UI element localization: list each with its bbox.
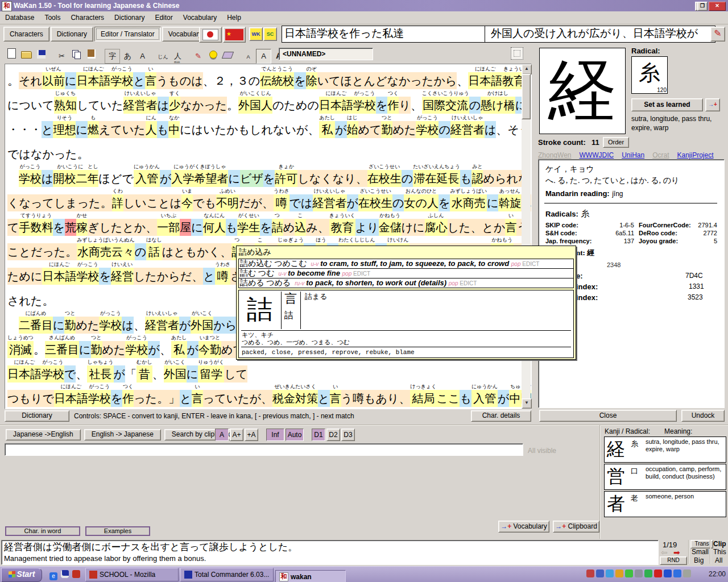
japanese-mode-button[interactable] [199, 27, 222, 43]
font-medium-button[interactable]: A [256, 49, 271, 64]
menu-editor[interactable]: Editor [150, 13, 177, 23]
kana-dict-button[interactable]: あ [121, 49, 135, 63]
scrollbar-thumb[interactable] [522, 74, 531, 119]
menu-help[interactable]: Help [222, 13, 246, 23]
simplified-dict-button[interactable]: SC [263, 27, 277, 41]
tab-dictionary[interactable]: Dictionary [51, 27, 93, 41]
kanji-dict-button[interactable]: 字 [105, 49, 120, 64]
task-school-mozilla[interactable]: SCHOOL - Mozilla [85, 568, 179, 581]
japanese-english-button[interactable]: Japanese ->English [6, 429, 81, 440]
paste-button[interactable] [84, 47, 98, 61]
menu-dictionary[interactable]: Dictionary [109, 13, 150, 23]
kanji-list-row[interactable]: 者老someone, person [604, 491, 726, 517]
tray-icon[interactable] [596, 569, 604, 577]
tray-icon[interactable] [654, 569, 662, 577]
toggle-inf[interactable]: Inf [266, 429, 284, 441]
document-title-field[interactable]: 日本語学校を作った私達 [282, 26, 487, 43]
quicklaunch-ie-icon[interactable]: e [48, 570, 57, 580]
kanji-list-row[interactable]: 経糸sutra, longitude, pass thru, expire, w… [604, 436, 726, 463]
highlight-pen-button[interactable]: ✎ [710, 27, 725, 41]
tray-icon[interactable] [615, 569, 623, 577]
translation-preview-field[interactable]: 外国人の受け入れが広がり、日本語学校が [485, 26, 715, 43]
font-small-button[interactable]: A [241, 50, 255, 64]
hint-button[interactable] [206, 48, 220, 61]
clip-all-option[interactable]: All [715, 556, 722, 564]
stroke-order-button[interactable]: Order [603, 137, 629, 148]
link-unihan[interactable]: UniHan [622, 151, 644, 159]
tray-icon[interactable] [586, 569, 594, 577]
tray-icon[interactable] [664, 569, 672, 577]
menu-vocabulary[interactable]: Vocabulary [178, 13, 222, 23]
toggle-d1[interactable]: D1 [312, 429, 325, 441]
tray-icon[interactable] [683, 569, 691, 577]
cut-button[interactable]: ✂ [55, 49, 69, 63]
close-button[interactable]: ✕ [709, 2, 726, 11]
selection-mode-button[interactable] [511, 47, 523, 60]
copy-button[interactable] [69, 48, 84, 61]
pen-button[interactable]: ✎ [191, 49, 205, 63]
toggle-d2[interactable]: D2 [326, 429, 340, 441]
toggle-a[interactable]: A [215, 429, 229, 441]
to-clipboard-button[interactable]: →+ Clipboard [553, 521, 599, 533]
english-japanese-button[interactable]: English -> Japanese [84, 429, 161, 440]
to-vocabulary-button[interactable]: →+ Vocabulary [498, 521, 549, 533]
dictionary-button[interactable]: Dictionary [5, 410, 69, 422]
scroll-up-icon[interactable]: ▲ [522, 64, 532, 74]
search-input[interactable] [5, 443, 523, 456]
popup-entry-row[interactable]: 詰む つむ u-v to become fine pop EDICT [239, 269, 573, 278]
small-font-option[interactable]: Small [692, 548, 709, 556]
random-example-button[interactable]: RND [660, 556, 687, 565]
quicklaunch-mozilla-icon[interactable] [71, 570, 80, 580]
link-kanjiproject[interactable]: KanjiProject [677, 151, 714, 159]
tab-editor-translator[interactable]: Editor / Translator [94, 27, 161, 41]
examples-button[interactable]: Examples [85, 526, 150, 536]
scroll-down-icon[interactable]: ▼ [522, 398, 532, 409]
toggle-a[interactable]: A+ [230, 429, 243, 441]
popup-entry-row[interactable]: 詰め込む つめこむ u-v to cram, to stuff, to jam,… [239, 259, 573, 269]
undock-button[interactable]: Undock [681, 410, 725, 422]
task-wakan[interactable]: 和wakan [275, 570, 346, 582]
menu-tools[interactable]: Tools [39, 13, 65, 23]
tray-icon[interactable] [625, 569, 633, 577]
latin-dict-button[interactable]: A [135, 49, 150, 63]
tab-characters[interactable]: Characters [3, 27, 49, 41]
chinese-mode-button[interactable]: ★ [223, 27, 246, 43]
quicklaunch-disk-icon[interactable] [59, 570, 69, 580]
tray-icon[interactable] [673, 569, 681, 577]
clip-this-option[interactable]: This [713, 548, 726, 556]
start-button[interactable]: Start [1, 568, 42, 582]
task-total-commander-6-03[interactable]: Total Commander 6.03... [180, 568, 274, 581]
set-as-learned-button[interactable]: Set as learned [631, 98, 703, 111]
char-in-word-button[interactable]: Char. in word [5, 526, 80, 536]
link-wwwjdic[interactable]: WWWJDIC [579, 151, 614, 159]
add-to-vocabulary-button[interactable]: →+ [705, 98, 720, 111]
close-panel-button[interactable]: Close [539, 410, 677, 422]
big-font-option[interactable]: Big [694, 556, 704, 564]
prev-example-icon[interactable]: ⇦ [661, 548, 668, 557]
toggle-a[interactable]: +A [245, 429, 258, 441]
kanji-list-row[interactable]: 営口occupation, camp, perform, build, cond… [604, 464, 726, 490]
toggle-d3[interactable]: D3 [341, 429, 355, 441]
toggle-auto[interactable]: Auto [286, 429, 304, 441]
eraser-button[interactable] [221, 48, 235, 62]
name-dict-button[interactable]: じん [156, 51, 170, 64]
tray-icon[interactable] [644, 569, 652, 577]
restore-button[interactable]: ❐ [697, 2, 708, 11]
next-example-icon[interactable]: ➡ [673, 548, 680, 557]
man-dict-button[interactable]: 人man [171, 49, 185, 63]
tray-icon[interactable] [606, 569, 614, 577]
text-segment: がっこう学校 [76, 261, 99, 285]
tray-icon[interactable] [635, 569, 643, 577]
big-kanji: 経 [548, 52, 617, 128]
text-segment: が [347, 188, 358, 211]
menu-database[interactable]: Database [0, 13, 39, 23]
text-segment: きょういく教育 [329, 213, 355, 236]
save-file-button[interactable] [34, 48, 48, 61]
menu-characters[interactable]: Characters [65, 13, 109, 23]
popup-entry-row[interactable]: 詰める つめる ru-v to pack, to shorten, to wor… [239, 278, 573, 288]
new-document-button[interactable] [5, 47, 19, 60]
char-details-button[interactable]: Char. details [471, 410, 531, 422]
example-box[interactable]: 経営者側は労働者側にボーナスを出すと言って譲歩しようとした。 Managemen… [1, 540, 659, 565]
open-file-button[interactable] [19, 48, 34, 62]
wakan-dict-button[interactable]: WK [249, 27, 263, 41]
